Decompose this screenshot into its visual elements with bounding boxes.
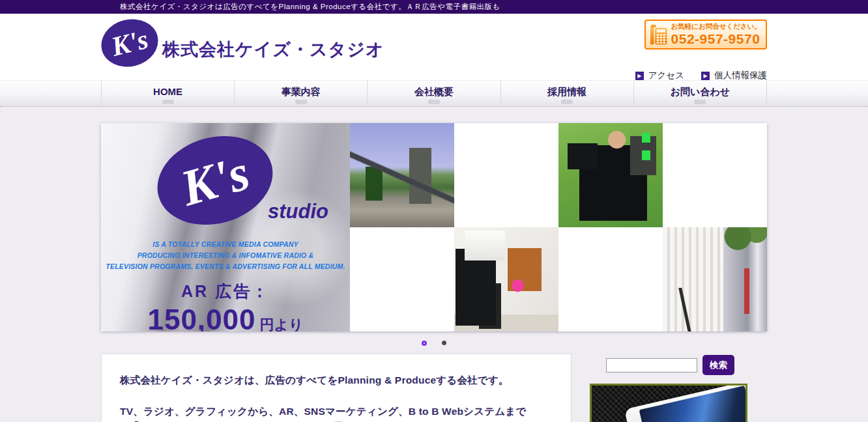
ks-logo-mark-large: K's	[147, 123, 283, 238]
hero-tagline: IS A TOTALLY CREATIVE MEDIA COMPANY PROD…	[101, 239, 350, 272]
intro-article: 株式会社ケイズ・スタジオは、広告のすべてをPlanning & Produceす…	[101, 354, 571, 422]
contact-note: お気軽にお問合せください。	[671, 22, 761, 31]
tagline-line-2: PRODUCING INTERESTING & INFOMATIVE RADIO…	[101, 250, 350, 261]
nav-item-label: 採用情報	[547, 86, 586, 97]
privacy-link[interactable]: ▶ 個人情報保護	[701, 70, 767, 81]
hero-photo-studio-set	[663, 227, 767, 331]
contact-phone-number: 052-957-9570	[671, 31, 761, 46]
company-name: 株式会社ケイズ・スタジオ	[162, 38, 384, 61]
ar-ad-banner[interactable]: AR広告	[590, 384, 747, 422]
page: 株式会社ケイズ・スタジオは広告のすべてをPlanning & Produceする…	[0, 0, 868, 422]
header-links: ▶ アクセス ▶ 個人情報保護	[635, 70, 767, 81]
hero-slider: K's studio IS A TOTALLY CREATIVE MEDIA C…	[101, 123, 767, 331]
nav-hover-indicator	[428, 100, 440, 104]
offer-label: AR 広告：	[101, 281, 350, 302]
hero-photo-grid	[350, 123, 767, 331]
access-link[interactable]: ▶ アクセス	[635, 70, 684, 81]
smartphone-graphic	[624, 384, 747, 422]
nav-item-recruit[interactable]: 採用情報	[501, 81, 634, 106]
nav-item-label: 事業内容	[282, 86, 321, 97]
nav-item-label: 会社概要	[414, 86, 454, 97]
slider-pagination	[101, 337, 767, 348]
nav-item-company[interactable]: 会社概要	[368, 81, 500, 106]
tagline-line-3: TELEVISION PROGRAMS, EVENTS & ADVERTISIN…	[101, 261, 350, 272]
hero-cell-blank	[663, 123, 767, 227]
nav-item-contact[interactable]: お問い合わせ	[634, 81, 767, 106]
privacy-link-label: 個人情報保護	[714, 70, 767, 81]
nav-item-label: お問い合わせ	[671, 86, 730, 97]
search-button[interactable]: 検索	[702, 355, 734, 375]
search-input[interactable]	[606, 358, 697, 373]
ks-logo-mark: K's	[96, 13, 164, 72]
main-nav: HOME 事業内容 会社概要 採用情報 お問い合わせ	[0, 80, 868, 107]
hero-cell-blank	[350, 227, 454, 331]
top-message-text: 株式会社ケイズ・スタジオは広告のすべてをPlanning & Produceする…	[101, 0, 767, 14]
header: K's 株式会社ケイズ・スタジオ	[0, 14, 868, 80]
chevron-right-icon: ▶	[635, 72, 644, 80]
hero-photo-film-crane	[350, 123, 454, 227]
company-logo[interactable]: K's 株式会社ケイズ・スタジオ	[101, 20, 384, 66]
nav-hover-indicator	[295, 100, 307, 104]
offer-unit: 円より	[260, 316, 304, 331]
hero-cell-blank	[454, 123, 558, 227]
nav-hover-indicator	[694, 100, 706, 104]
intro-paragraph-1: 株式会社ケイズ・スタジオは、広告のすべてをPlanning & Produceす…	[120, 374, 553, 387]
nav-item-label: HOME	[153, 86, 182, 97]
tagline-line-1: IS A TOTALLY CREATIVE MEDIA COMPANY	[101, 239, 350, 250]
intro-paragraph-2: TV、ラジオ、グラフィックから、AR、SNSマーケティング、B to B Web…	[120, 405, 553, 417]
contact-phone-box: お気軽にお問合せください。 052-957-9570	[644, 20, 767, 49]
offer-price: 150,000	[147, 303, 255, 331]
chevron-right-icon: ▶	[701, 72, 710, 80]
slider-dot-2[interactable]	[442, 341, 446, 345]
phone-icon	[650, 22, 667, 47]
search-form: 検索	[606, 355, 767, 375]
hero-cell-blank	[558, 227, 663, 331]
slider-dot-1-active[interactable]	[422, 341, 427, 346]
access-link-label: アクセス	[648, 70, 684, 81]
studio-wordmark: studio	[268, 200, 328, 223]
sidebar: 検索 AR広告	[590, 354, 767, 422]
smartphone-screen	[639, 386, 747, 422]
hero-offer: AR 広告： 150,000円より	[101, 281, 350, 331]
nav-hover-indicator	[561, 100, 573, 104]
nav-item-services[interactable]: 事業内容	[235, 81, 368, 106]
hero-photo-red-camera	[558, 123, 663, 227]
nav-hover-indicator	[162, 100, 174, 104]
nav-item-home[interactable]: HOME	[102, 81, 235, 106]
hero-slide-ks-studio[interactable]: K's studio IS A TOTALLY CREATIVE MEDIA C…	[101, 123, 350, 331]
top-message-bar: 株式会社ケイズ・スタジオは広告のすべてをPlanning & Produceする…	[0, 0, 868, 14]
hero-photo-studio-model	[454, 227, 558, 331]
